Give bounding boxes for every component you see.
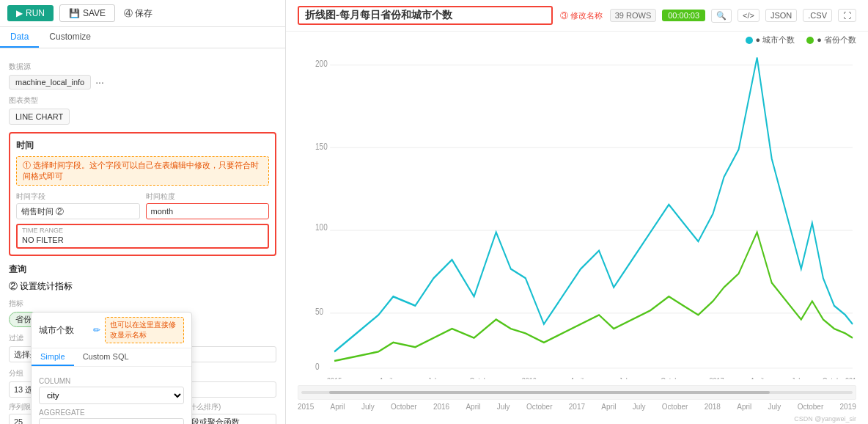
watermark: CSDN @yangwei_sir: [286, 414, 868, 424]
popup-header: 城市个数 ✏ 也可以在这里直接修改显示名标: [32, 312, 191, 348]
panel-tabs: Data Customize: [0, 27, 285, 48]
datasource-dots[interactable]: ···: [95, 76, 104, 88]
svg-text:July: July: [619, 376, 631, 379]
save-icon: 💾: [69, 8, 80, 18]
popup-aggregate-select[interactable]: COUNT: [39, 418, 184, 424]
left-panel: ▶ RUN 💾 SAVE ④ 保存 Data Customize 数据源 mac…: [0, 0, 286, 424]
metrics-row: 省份个数 ✕ 城市个数 ✕ 城市个数 ✏ 也可以在这里直接修改显示名标 Simp…: [9, 312, 276, 327]
right-panel: 折线图-每月每日省份和城市个数 ③ 修改名称 39 ROWS 00:00:03 …: [286, 0, 868, 424]
popup-column-field: COLUMN city: [39, 377, 184, 404]
svg-text:2016: 2016: [522, 376, 537, 379]
svg-text:2017: 2017: [709, 376, 724, 379]
popup-aggregate-field: AGGREGATE COUNT: [39, 409, 184, 424]
scroll-label-april3: April: [601, 403, 616, 411]
chart-title-annotation: ③ 修改名称: [560, 10, 603, 21]
query-title: 查询: [9, 263, 276, 276]
scroll-label-july1: July: [361, 403, 375, 411]
popup-annotation: 也可以在这里直接修改显示名标: [105, 317, 184, 343]
time-fields: 时间字段 销售时间 ② 时间粒度 month: [16, 191, 269, 219]
svg-text:October: October: [470, 376, 494, 379]
chart-header: 折线图-每月每日省份和城市个数 ③ 修改名称 39 ROWS 00:00:03 …: [286, 0, 868, 32]
legend-province-dot: [806, 37, 814, 44]
scroll-thumb: [329, 391, 770, 394]
popup-column-select[interactable]: city: [39, 387, 184, 404]
chart-type-value[interactable]: LINE CHART: [9, 109, 70, 125]
query-annotation-text: ② 设置统计指标: [9, 280, 73, 293]
svg-text:July: July: [427, 376, 440, 379]
scroll-label-2017: 2017: [569, 403, 585, 411]
search-icon-btn[interactable]: 🔍: [711, 9, 732, 23]
csv-btn[interactable]: .CSV: [803, 9, 832, 22]
scroll-label-april4: April: [737, 403, 751, 411]
popup-body: COLUMN city AGGREGATE COUNT: [32, 367, 191, 424]
save-button[interactable]: 💾 SAVE: [59, 4, 115, 22]
datasource-label: 数据源: [9, 62, 276, 72]
time-granularity-group: 时间粒度 month: [146, 191, 270, 219]
time-field-group: 时间字段 销售时间 ②: [16, 191, 140, 219]
svg-text:April: April: [751, 376, 764, 379]
toolbar: ▶ RUN 💾 SAVE ④ 保存: [0, 0, 285, 27]
scroll-label-july4: July: [768, 403, 781, 411]
popup-column-label: COLUMN: [39, 377, 184, 385]
city-line: [334, 58, 853, 352]
svg-text:100: 100: [315, 222, 328, 232]
rows-badge: 39 ROWS: [610, 9, 657, 22]
popup-tabs: Simple Custom SQL: [32, 348, 191, 367]
code-icon-btn[interactable]: </>: [738, 9, 760, 22]
chart-legend: ● 城市个数 ● 省份个数: [286, 32, 868, 48]
svg-text:October: October: [661, 376, 685, 379]
expand-icon-btn[interactable]: ⛶: [838, 9, 856, 22]
svg-text:150: 150: [315, 142, 328, 151]
tab-customize[interactable]: Customize: [39, 27, 101, 48]
svg-text:October: October: [823, 376, 847, 379]
time-range-label: TIME RANGE: [18, 225, 268, 234]
popup-tab-custom-sql[interactable]: Custom SQL: [74, 348, 138, 366]
scroll-label-april2: April: [466, 403, 480, 411]
scroll-label-2015: 2015: [298, 403, 314, 411]
chart-title: 折线图-每月每日省份和城市个数: [298, 6, 553, 25]
chart-type-label: 图表类型: [9, 95, 276, 106]
chart-meta: 39 ROWS 00:00:03 🔍 </> JSON .CSV ⛶: [610, 9, 856, 23]
scroll-label-july3: July: [633, 403, 646, 411]
province-line: [334, 233, 853, 361]
svg-text:April: April: [379, 376, 392, 379]
legend-city: ● 城市个数: [746, 34, 795, 45]
time-section: 时间 ① 选择时间字段。这个字段可以自己在表编辑中修改，只要符合时间格式即可 时…: [9, 132, 276, 256]
run-label: RUN: [26, 8, 45, 18]
run-button[interactable]: ▶ RUN: [7, 5, 54, 21]
legend-province-label: ● 省份个数: [817, 34, 856, 45]
chart-svg: 200 150 100 50 0 2015 April July October…: [298, 48, 856, 379]
legend-city-label: ● 城市个数: [756, 34, 795, 45]
svg-text:2018: 2018: [845, 376, 856, 379]
json-btn[interactable]: JSON: [765, 9, 797, 22]
scroll-label-oct1: October: [391, 403, 417, 411]
scroll-label-2019: 2019: [840, 403, 856, 411]
scroll-label-april1: April: [331, 403, 345, 411]
scroll-label-oct4: October: [798, 403, 824, 411]
time-range-box: TIME RANGE NO FILTER: [16, 224, 269, 249]
scroll-label-2018: 2018: [705, 403, 721, 411]
scroll-labels: 2015 April July October 2016 April July …: [286, 403, 868, 414]
svg-text:50: 50: [315, 307, 323, 316]
svg-text:200: 200: [315, 59, 328, 68]
time-granularity-label: 时间粒度: [146, 191, 270, 202]
popup-edit-icon[interactable]: ✏: [93, 325, 100, 335]
svg-text:April: April: [570, 376, 584, 379]
time-field-label: 时间字段: [16, 191, 140, 202]
time-range-value: NO FILTER: [18, 234, 268, 247]
scroll-area[interactable]: [298, 385, 856, 400]
run-icon: ▶: [16, 8, 23, 18]
scroll-track: [301, 391, 853, 394]
scroll-label-july2: July: [497, 403, 510, 411]
legend-city-dot: [746, 37, 753, 44]
tab-data[interactable]: Data: [0, 27, 39, 48]
datasource-chip[interactable]: machine_local_info: [9, 75, 91, 89]
scroll-label-2016: 2016: [433, 403, 449, 411]
popup-title-input[interactable]: 城市个数: [39, 325, 90, 335]
panel-content: 数据源 machine_local_info ··· 图表类型 LINE CHA…: [0, 48, 285, 424]
time-field-select[interactable]: 销售时间 ②: [16, 203, 140, 219]
time-granularity-select[interactable]: month: [146, 203, 270, 219]
save-label: SAVE: [83, 8, 106, 18]
datasource-row: machine_local_info ···: [9, 75, 276, 89]
popup-tab-simple[interactable]: Simple: [32, 348, 74, 366]
